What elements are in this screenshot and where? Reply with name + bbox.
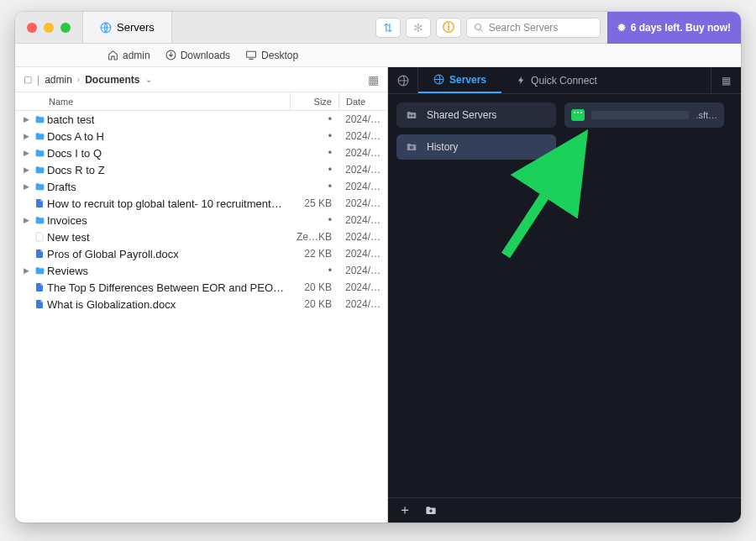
file-row[interactable]: What is Globalization.docx20 KB2024/… bbox=[15, 296, 387, 313]
sync-icon: ⇅ bbox=[383, 21, 393, 34]
path-segment-current[interactable]: Documents bbox=[85, 74, 139, 86]
file-size: • bbox=[290, 130, 339, 142]
sidebar-item-label: History bbox=[427, 141, 458, 153]
disclosure-triangle[interactable]: ▶ bbox=[20, 216, 32, 224]
file-row[interactable]: ▶Reviews•2024/… bbox=[15, 262, 387, 279]
disclosure-triangle[interactable]: ▶ bbox=[20, 165, 32, 174]
sidebar-item-label: Shared Servers bbox=[427, 109, 496, 121]
right-footer: ＋ bbox=[388, 497, 741, 523]
file-size: 22 KB bbox=[290, 248, 339, 260]
chevron-down-icon[interactable]: ⌄ bbox=[145, 75, 152, 84]
server-list-item[interactable]: .sft… bbox=[564, 102, 724, 128]
favorite-admin[interactable]: admin bbox=[108, 50, 150, 61]
file-size: • bbox=[290, 214, 339, 226]
file-name: The Top 5 Differences Between EOR and PE… bbox=[47, 281, 290, 294]
file-size: • bbox=[290, 147, 339, 159]
file-row[interactable]: ▶batch test•2024/… bbox=[15, 111, 387, 128]
col-size-header[interactable]: Size bbox=[290, 92, 339, 110]
trial-banner[interactable]: ✹ 6 days left. Buy now! bbox=[607, 12, 741, 44]
file-size: Ze…KB bbox=[290, 231, 339, 243]
favorite-desktop[interactable]: Desktop bbox=[245, 50, 298, 61]
favorite-downloads[interactable]: Downloads bbox=[165, 50, 230, 61]
globe-icon bbox=[433, 74, 444, 85]
right-tabs: Servers Quick Connect ▦ bbox=[388, 67, 741, 94]
file-row[interactable]: Pros of Global Payroll.docx22 KB2024/… bbox=[15, 245, 387, 262]
sidebar-item-history[interactable]: History bbox=[396, 134, 556, 160]
desktop-icon bbox=[245, 50, 257, 60]
burst-icon: ✹ bbox=[617, 22, 626, 34]
new-folder-button[interactable] bbox=[423, 504, 438, 517]
disclosure-triangle[interactable]: ▶ bbox=[20, 266, 32, 275]
local-browser: ▢ | admin › Documents ⌄ ▦ Name Size Date… bbox=[15, 67, 388, 523]
right-sidebar: Shared Servers History bbox=[396, 102, 556, 160]
disclosure-triangle[interactable]: ▶ bbox=[20, 182, 32, 191]
main-split: ▢ | admin › Documents ⌄ ▦ Name Size Date… bbox=[15, 67, 741, 523]
file-name: How to recruit top global talent- 10 rec… bbox=[47, 197, 290, 210]
file-date: 2024/… bbox=[339, 298, 387, 310]
tab-globe[interactable] bbox=[388, 67, 418, 93]
column-headers: Name Size Date bbox=[15, 92, 387, 111]
zoom-window-button[interactable] bbox=[60, 23, 71, 33]
disclosure-triangle[interactable]: ▶ bbox=[20, 115, 32, 123]
file-date: 2024/… bbox=[339, 164, 387, 176]
file-row[interactable]: New testZe…KB2024/… bbox=[15, 228, 387, 245]
svg-point-9 bbox=[412, 114, 414, 116]
document-icon bbox=[32, 197, 47, 209]
add-button[interactable]: ＋ bbox=[398, 502, 412, 519]
file-row[interactable]: ▶Docs R to Z•2024/… bbox=[15, 161, 387, 178]
servers-panel: Servers Quick Connect ▦ bbox=[388, 67, 741, 523]
file-date: 2024/… bbox=[339, 265, 387, 276]
globe-icon bbox=[100, 22, 112, 34]
info-icon: ⓘ bbox=[443, 20, 454, 35]
path-segment-admin[interactable]: admin bbox=[45, 74, 72, 86]
minimize-window-button[interactable] bbox=[44, 23, 54, 33]
file-row[interactable]: ▶Docs A to H•2024/… bbox=[15, 128, 387, 144]
globe-icon bbox=[397, 75, 409, 87]
disclosure-triangle[interactable]: ▶ bbox=[20, 149, 32, 157]
tab-grid-toggle[interactable]: ▦ bbox=[711, 67, 741, 93]
file-size: 20 KB bbox=[290, 281, 339, 293]
chevron-right-icon: › bbox=[77, 75, 80, 84]
col-date-header[interactable]: Date bbox=[339, 92, 387, 110]
file-row[interactable]: ▶Drafts•2024/… bbox=[15, 178, 387, 195]
sync-button[interactable]: ⇅ bbox=[375, 18, 401, 38]
file-icon bbox=[32, 231, 47, 243]
sidebar-item-shared-servers[interactable]: Shared Servers bbox=[396, 102, 556, 128]
file-date: 2024/… bbox=[339, 214, 387, 226]
ethernet-icon bbox=[571, 109, 585, 121]
file-row[interactable]: How to recruit top global talent- 10 rec… bbox=[15, 195, 387, 212]
file-size: 25 KB bbox=[290, 197, 339, 209]
file-date: 2024/… bbox=[339, 248, 387, 260]
disclosure-triangle[interactable]: ▶ bbox=[20, 132, 32, 140]
close-window-button[interactable] bbox=[27, 23, 37, 33]
disk-icon[interactable]: ▢ bbox=[24, 74, 32, 85]
tab-servers[interactable]: Servers bbox=[418, 67, 501, 93]
file-name: batch test bbox=[47, 113, 290, 126]
file-row[interactable]: ▶Docs I to Q•2024/… bbox=[15, 144, 387, 161]
app-window: Servers ⇅ ✻ ⓘ Search Servers ✹ 6 days le… bbox=[15, 12, 741, 523]
window-title: Servers bbox=[117, 21, 155, 34]
toolbar-buttons: ⇅ ✻ ⓘ Search Servers bbox=[375, 18, 607, 38]
file-list: ▶batch test•2024/…▶Docs A to H•2024/…▶Do… bbox=[15, 111, 387, 523]
download-icon bbox=[165, 50, 176, 60]
folder-icon bbox=[32, 114, 47, 125]
snowflake-button[interactable]: ✻ bbox=[406, 18, 431, 38]
window-title-tab[interactable]: Servers bbox=[82, 12, 172, 43]
folder-icon bbox=[32, 215, 47, 226]
file-row[interactable]: ▶Invoices•2024/… bbox=[15, 212, 387, 228]
info-button[interactable]: ⓘ bbox=[436, 18, 461, 38]
svg-line-2 bbox=[480, 29, 482, 31]
search-input[interactable]: Search Servers bbox=[466, 18, 601, 38]
file-name: Invoices bbox=[47, 214, 290, 227]
file-name: New test bbox=[47, 231, 290, 244]
trial-text: 6 days left. Buy now! bbox=[631, 22, 731, 34]
view-mode-button[interactable]: ▦ bbox=[368, 73, 379, 87]
file-size: • bbox=[290, 113, 339, 125]
file-size: 20 KB bbox=[290, 298, 339, 310]
col-name-header[interactable]: Name bbox=[49, 97, 290, 107]
folder-icon bbox=[32, 165, 47, 176]
history-icon bbox=[405, 141, 418, 153]
file-row[interactable]: The Top 5 Differences Between EOR and PE… bbox=[15, 279, 387, 296]
tab-quick-connect[interactable]: Quick Connect bbox=[501, 67, 612, 93]
window-controls bbox=[15, 23, 82, 33]
